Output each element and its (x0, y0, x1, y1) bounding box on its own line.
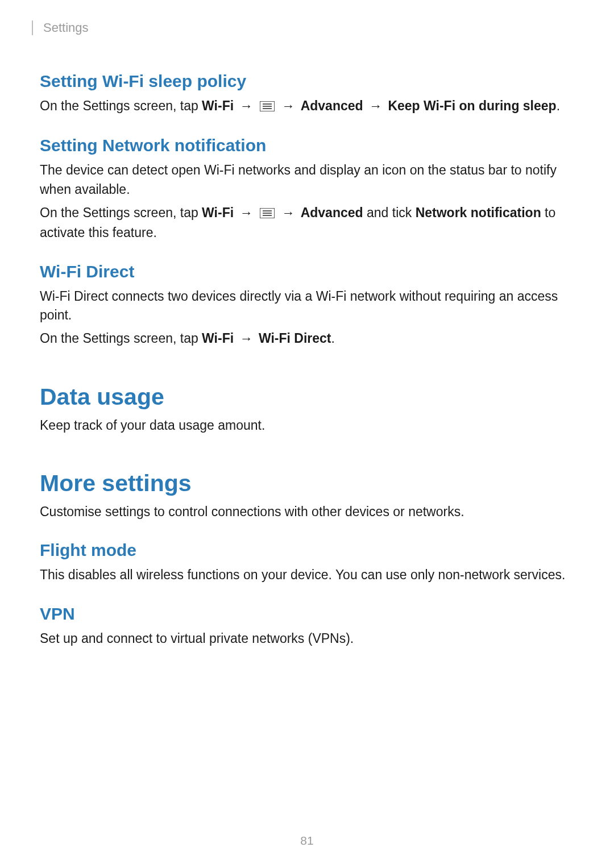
arrow-text: → (363, 98, 388, 113)
heading-flight-mode: Flight mode (40, 541, 574, 560)
paragraph-netnotif-2: On the Settings screen, tap Wi-Fi → → Ad… (40, 203, 574, 243)
bold-advanced: Advanced (301, 205, 363, 220)
document-page: Settings Setting Wi-Fi sleep policy On t… (0, 0, 614, 648)
arrow-text: → (234, 98, 259, 113)
heading-vpn: VPN (40, 604, 574, 624)
text-prefix: On the Settings screen, tap (40, 205, 202, 220)
bold-keep-wifi: Keep Wi-Fi on during sleep (388, 98, 556, 113)
text-mid: and tick (363, 205, 416, 220)
breadcrumb: Settings (43, 20, 89, 35)
bold-wifi: Wi-Fi (202, 98, 234, 113)
text-prefix: On the Settings screen, tap (40, 98, 202, 113)
page-header: Settings (40, 20, 574, 35)
menu-icon (260, 205, 275, 223)
paragraph-flight-mode: This disables all wireless functions on … (40, 566, 574, 584)
header-divider (32, 20, 33, 35)
heading-network-notification: Setting Network notification (40, 136, 574, 155)
bold-wifi: Wi-Fi (202, 205, 234, 220)
page-number: 81 (0, 834, 614, 848)
bold-network-notification: Network notification (416, 205, 541, 220)
heading-wifi-direct: Wi-Fi Direct (40, 262, 574, 281)
paragraph-wifi-sleep: On the Settings screen, tap Wi-Fi → → Ad… (40, 97, 574, 117)
bold-wifi: Wi-Fi (202, 331, 234, 346)
section-heading-more-settings: More settings (40, 470, 574, 497)
paragraph-data-usage: Keep track of your data usage amount. (40, 416, 574, 435)
paragraph-wifidirect-2: On the Settings screen, tap Wi-Fi → Wi-F… (40, 329, 574, 348)
paragraph-wifidirect-1: Wi-Fi Direct connects two devices direct… (40, 287, 574, 325)
text-suffix: . (557, 98, 560, 113)
arrow-text: → (276, 98, 301, 113)
menu-icon (260, 98, 275, 117)
arrow-text: → (276, 205, 301, 220)
text-suffix: . (331, 331, 334, 346)
paragraph-netnotif-1: The device can detect open Wi-Fi network… (40, 161, 574, 199)
arrow-text: → (234, 331, 259, 346)
section-heading-data-usage: Data usage (40, 384, 574, 410)
bold-advanced: Advanced (301, 98, 363, 113)
paragraph-vpn: Set up and connect to virtual private ne… (40, 629, 574, 648)
paragraph-more-settings: Customise settings to control connection… (40, 502, 574, 521)
heading-wifi-sleep: Setting Wi-Fi sleep policy (40, 72, 574, 91)
bold-wifi-direct: Wi-Fi Direct (259, 331, 331, 346)
text-prefix: On the Settings screen, tap (40, 331, 202, 346)
arrow-text: → (234, 205, 259, 220)
